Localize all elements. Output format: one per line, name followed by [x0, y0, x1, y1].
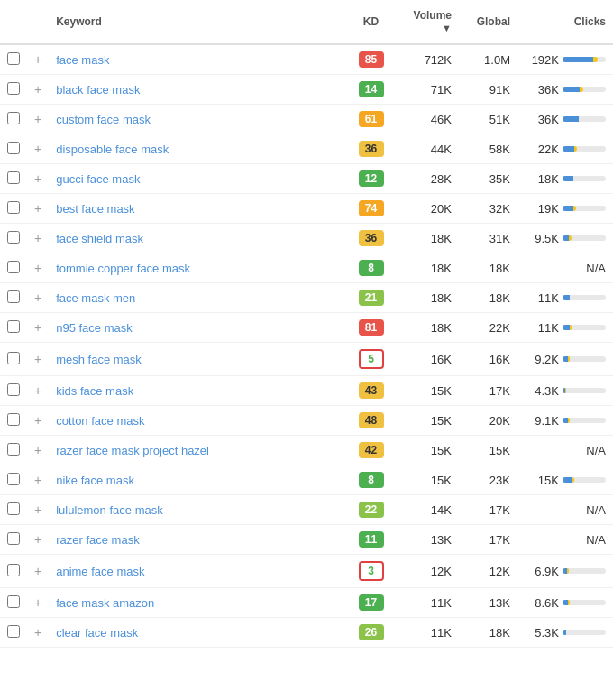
- add-keyword-button[interactable]: +: [34, 473, 41, 487]
- row-checkbox[interactable]: [7, 201, 20, 214]
- global-value: 17K: [459, 525, 517, 555]
- keyword-link[interactable]: n95 face mask: [56, 321, 133, 335]
- volume-value: 15K: [396, 465, 459, 495]
- keyword-link[interactable]: kids face mask: [56, 384, 133, 398]
- global-value: 17K: [459, 495, 517, 525]
- volume-value: 20K: [396, 194, 459, 224]
- keyword-link[interactable]: lululemon face mask: [56, 503, 163, 517]
- keyword-link[interactable]: face mask: [56, 53, 109, 67]
- kd-badge: 48: [359, 412, 384, 428]
- volume-value: 16K: [396, 343, 459, 376]
- clicks-bar: [563, 206, 606, 211]
- row-checkbox[interactable]: [7, 142, 20, 154]
- keyword-link[interactable]: face mask amazon: [56, 596, 154, 610]
- keyword-link[interactable]: anime face mask: [56, 565, 144, 578]
- clicks-value: 36K: [525, 83, 559, 97]
- keyword-link[interactable]: cotton face mask: [56, 414, 144, 428]
- table-row: +face shield mask3618K31K9.5K: [0, 224, 613, 253]
- row-checkbox[interactable]: [7, 413, 20, 426]
- add-keyword-button[interactable]: +: [34, 320, 41, 335]
- keyword-link[interactable]: disposable face mask: [56, 143, 169, 156]
- kd-badge: 14: [359, 81, 384, 97]
- row-checkbox[interactable]: [7, 564, 20, 576]
- keyword-link[interactable]: best face mask: [56, 202, 134, 216]
- global-value: 1.0M: [459, 44, 517, 75]
- add-keyword-button[interactable]: +: [34, 261, 41, 275]
- add-keyword-button[interactable]: +: [34, 52, 41, 67]
- add-keyword-button[interactable]: +: [34, 142, 41, 156]
- row-checkbox[interactable]: [7, 261, 20, 273]
- global-value: 18K: [459, 283, 517, 313]
- add-keyword-button[interactable]: +: [34, 171, 41, 186]
- kd-badge: 12: [359, 170, 384, 187]
- add-keyword-button[interactable]: +: [34, 532, 41, 547]
- keyword-link[interactable]: clear face mask: [56, 626, 138, 640]
- clicks-cell: N/A: [517, 525, 613, 555]
- add-keyword-button[interactable]: +: [34, 413, 41, 428]
- global-value: 23K: [459, 465, 517, 495]
- column-header-clicks: Clicks: [517, 0, 613, 44]
- add-keyword-button[interactable]: +: [34, 201, 41, 216]
- row-checkbox[interactable]: [7, 625, 20, 638]
- add-keyword-button[interactable]: +: [34, 625, 41, 640]
- column-header-kd: KD: [346, 0, 396, 44]
- add-keyword-button[interactable]: +: [34, 443, 41, 457]
- clicks-cell: 36K: [517, 105, 613, 134]
- table-row: +lululemon face mask2214K17KN/A: [0, 495, 613, 525]
- volume-value: 11K: [396, 618, 459, 648]
- row-checkbox[interactable]: [7, 82, 20, 95]
- keyword-link[interactable]: razer face mask: [56, 533, 139, 547]
- kd-badge: 5: [359, 349, 384, 369]
- volume-value: 18K: [396, 283, 459, 313]
- add-keyword-button[interactable]: +: [34, 290, 41, 305]
- keyword-link[interactable]: tommie copper face mask: [56, 262, 190, 275]
- clicks-bar: [563, 146, 606, 152]
- keyword-link[interactable]: face mask men: [56, 291, 135, 305]
- add-keyword-button[interactable]: +: [34, 383, 41, 398]
- row-checkbox[interactable]: [7, 595, 20, 608]
- add-keyword-button[interactable]: +: [34, 112, 41, 126]
- row-checkbox[interactable]: [7, 443, 20, 456]
- table-row: +razer face mask1113K17KN/A: [0, 525, 613, 555]
- column-header-volume[interactable]: Volume ▼: [396, 0, 459, 44]
- kd-badge: 3: [359, 561, 384, 581]
- clicks-value: 18K: [525, 172, 559, 186]
- kd-badge: 8: [359, 260, 384, 276]
- row-checkbox[interactable]: [7, 52, 20, 65]
- keyword-link[interactable]: razer face mask project hazel: [56, 444, 209, 457]
- row-checkbox[interactable]: [7, 320, 20, 333]
- kd-badge: 17: [359, 594, 384, 611]
- clicks-cell: 22K: [517, 134, 613, 164]
- table-row: +gucci face mask1228K35K18K: [0, 164, 613, 194]
- clicks-cell: 11K: [517, 313, 613, 343]
- row-checkbox[interactable]: [7, 473, 20, 485]
- volume-value: 15K: [396, 406, 459, 436]
- clicks-value: 22K: [525, 143, 559, 156]
- row-checkbox[interactable]: [7, 290, 20, 303]
- clicks-bar: [563, 600, 606, 605]
- keyword-link[interactable]: gucci face mask: [56, 172, 140, 186]
- row-checkbox[interactable]: [7, 171, 20, 184]
- clicks-cell: N/A: [517, 253, 613, 283]
- clicks-value: 9.5K: [525, 232, 559, 245]
- keyword-link[interactable]: mesh face mask: [56, 353, 142, 366]
- keyword-link[interactable]: black face mask: [56, 83, 140, 97]
- table-row: +nike face mask815K23K15K: [0, 465, 613, 495]
- keyword-link[interactable]: nike face mask: [56, 474, 134, 487]
- add-keyword-button[interactable]: +: [34, 352, 41, 366]
- keyword-link[interactable]: face shield mask: [56, 232, 143, 245]
- row-checkbox[interactable]: [7, 383, 20, 396]
- row-checkbox[interactable]: [7, 532, 20, 545]
- keyword-link[interactable]: custom face mask: [56, 113, 151, 126]
- add-keyword-button[interactable]: +: [34, 231, 41, 245]
- add-keyword-button[interactable]: +: [34, 595, 41, 610]
- volume-value: 14K: [396, 495, 459, 525]
- add-keyword-button[interactable]: +: [34, 564, 41, 578]
- table-row: +razer face mask project hazel4215K15KN/…: [0, 436, 613, 465]
- row-checkbox[interactable]: [7, 231, 20, 244]
- add-keyword-button[interactable]: +: [34, 82, 41, 97]
- row-checkbox[interactable]: [7, 352, 20, 364]
- row-checkbox[interactable]: [7, 502, 20, 515]
- row-checkbox[interactable]: [7, 112, 20, 124]
- add-keyword-button[interactable]: +: [34, 502, 41, 517]
